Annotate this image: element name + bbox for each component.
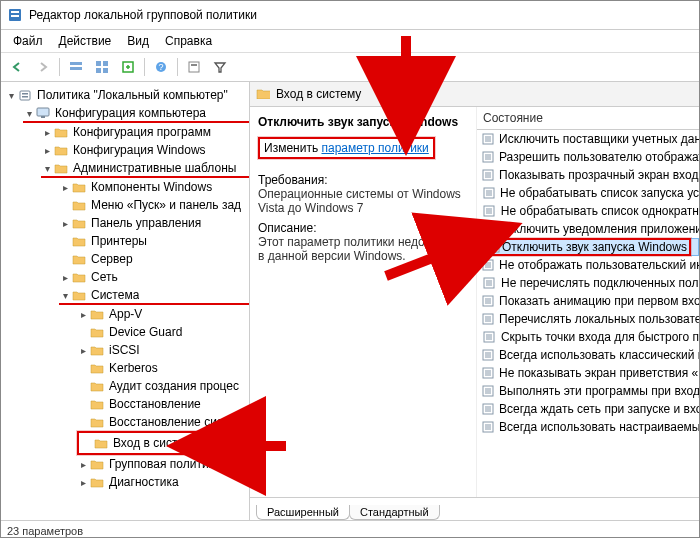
- toolbar-list-icon[interactable]: [90, 55, 114, 79]
- statusbar: 23 параметров: [1, 520, 699, 538]
- tree-windows-settings[interactable]: ▸Конфигурация Windows: [41, 141, 249, 159]
- toolbar-filter-icon[interactable]: [208, 55, 232, 79]
- folder-icon: [71, 198, 87, 212]
- policy-item[interactable]: Отключить звук запуска Windows: [477, 238, 699, 256]
- menubar: Файл Действие Вид Справка: [1, 30, 699, 53]
- policy-item-label: Показать анимацию при первом вхо: [499, 294, 699, 308]
- policy-item-label: Выполнять эти программы при вход: [499, 384, 699, 398]
- tree-device-guard[interactable]: Device Guard: [77, 323, 249, 341]
- folder-icon: [89, 379, 105, 393]
- policy-setting-icon: [481, 132, 495, 146]
- nav-forward-button[interactable]: [31, 55, 55, 79]
- tree-audit[interactable]: Аудит создания процес: [77, 377, 249, 395]
- policy-item[interactable]: Исключить поставщики учетных дан: [477, 130, 699, 148]
- app-icon: [7, 7, 23, 23]
- menu-action[interactable]: Действие: [51, 32, 120, 50]
- tree-windows-components[interactable]: ▸Компоненты Windows: [59, 178, 249, 196]
- tab-extended[interactable]: Расширенный: [256, 505, 350, 520]
- policy-item[interactable]: Всегда ждать сеть при запуске и вхо: [477, 400, 699, 418]
- policy-item[interactable]: Не обрабатывать список запуска ус: [477, 184, 699, 202]
- policy-item[interactable]: Не обрабатывать список однократн: [477, 202, 699, 220]
- policy-setting-icon: [481, 222, 495, 236]
- tab-standard[interactable]: Стандартный: [349, 505, 440, 520]
- policy-item[interactable]: Не перечислять подключенных пол: [477, 274, 699, 292]
- folder-icon: [256, 87, 270, 102]
- menu-view[interactable]: Вид: [119, 32, 157, 50]
- policy-item[interactable]: Отключить уведомления приложени: [477, 220, 699, 238]
- policy-item[interactable]: Показать анимацию при первом вхо: [477, 292, 699, 310]
- tree-iscsi[interactable]: ▸iSCSI: [77, 341, 249, 359]
- policy-item[interactable]: Выполнять эти программы при вход: [477, 382, 699, 400]
- tree-diagnostics[interactable]: ▸Диагностика: [77, 473, 249, 491]
- policy-setting-icon: [481, 348, 495, 362]
- policy-setting-icon: [481, 258, 495, 272]
- policy-item-label: Исключить поставщики учетных дан: [499, 132, 699, 146]
- status-text: 23 параметров: [7, 525, 83, 537]
- titlebar: Редактор локальной групповой политики: [1, 1, 699, 30]
- svg-rect-16: [22, 96, 28, 98]
- folder-icon: [71, 216, 87, 230]
- edit-prefix: Изменить: [264, 141, 321, 155]
- tree-group-policy[interactable]: ▸Групповая политика: [77, 455, 249, 473]
- policy-title: Отключить звук запуска Windows: [258, 115, 468, 129]
- folder-icon: [71, 288, 87, 302]
- policy-item[interactable]: Всегда использовать классический в: [477, 346, 699, 364]
- policy-item-label: Не показывать экран приветствия «П: [499, 366, 699, 380]
- nav-back-button[interactable]: [5, 55, 29, 79]
- tree-logon[interactable]: Вход в систему: [81, 434, 200, 452]
- tree-kerberos[interactable]: Kerberos: [77, 359, 249, 377]
- policy-item-label: Отключить звук запуска Windows: [502, 240, 687, 254]
- policy-setting-icon: [481, 312, 495, 326]
- policy-setting-icon: [481, 294, 495, 308]
- tree-computer-config[interactable]: ▾ Конфигурация компьютера: [23, 104, 249, 122]
- policy-item[interactable]: Не отображать пользовательский ин: [477, 256, 699, 274]
- policy-description-pane: Отключить звук запуска Windows Изменить …: [250, 107, 477, 497]
- toolbar: ?: [1, 53, 699, 82]
- policy-item[interactable]: Не показывать экран приветствия «П: [477, 364, 699, 382]
- policy-item-label: Не перечислять подключенных пол: [501, 276, 698, 290]
- folder-icon: [53, 161, 69, 175]
- nav-tree[interactable]: ▾ Политика "Локальный компьютер" ▾ Конфи…: [1, 82, 250, 520]
- tree-recovery[interactable]: Восстановление: [77, 395, 249, 413]
- policy-list[interactable]: Исключить поставщики учетных данРазрешит…: [477, 130, 699, 436]
- menu-help[interactable]: Справка: [157, 32, 220, 50]
- menu-file[interactable]: Файл: [5, 32, 51, 50]
- svg-rect-3: [70, 62, 82, 65]
- policy-item-label: Всегда использовать настраиваемый: [499, 420, 699, 434]
- folder-icon: [53, 143, 69, 157]
- toolbar-properties-icon[interactable]: [182, 55, 206, 79]
- requirements-label: Требования:: [258, 173, 468, 187]
- tree-server[interactable]: Сервер: [59, 250, 249, 268]
- details-pane: Вход в систему Отключить звук запуска Wi…: [250, 82, 699, 520]
- tree-appv[interactable]: ▸App-V: [77, 305, 249, 323]
- policy-item-label: Не отображать пользовательский ин: [499, 258, 699, 272]
- policy-item[interactable]: Показывать прозрачный экран входа: [477, 166, 699, 184]
- policy-item[interactable]: Перечислять локальных пользовате: [477, 310, 699, 328]
- toolbar-detail-icon[interactable]: [64, 55, 88, 79]
- svg-rect-15: [22, 93, 28, 95]
- tree-software-settings[interactable]: ▸Конфигурация программ: [41, 123, 249, 141]
- tree-printers[interactable]: Принтеры: [59, 232, 249, 250]
- policy-setting-icon: [481, 168, 495, 182]
- toolbar-export-icon[interactable]: [116, 55, 140, 79]
- svg-rect-7: [96, 68, 101, 73]
- policy-item[interactable]: Всегда использовать настраиваемый: [477, 418, 699, 436]
- tree-recovery-system[interactable]: Восстановление систем: [77, 413, 249, 431]
- tree-control-panel[interactable]: ▸Панель управления: [59, 214, 249, 232]
- tree-system[interactable]: ▾Система: [59, 286, 249, 304]
- tree-network[interactable]: ▸Сеть: [59, 268, 249, 286]
- policy-item[interactable]: Скрыть точки входа для быстрого п: [477, 328, 699, 346]
- toolbar-help-icon[interactable]: ?: [149, 55, 173, 79]
- folder-icon: [71, 180, 87, 194]
- folder-icon: [89, 343, 105, 357]
- tree-start-menu[interactable]: Меню «Пуск» и панель зад: [59, 196, 249, 214]
- description-label: Описание:: [258, 221, 468, 235]
- folder-icon: [71, 252, 87, 266]
- policy-item-label: Отключить уведомления приложени: [499, 222, 699, 236]
- column-header-state[interactable]: Состояние: [477, 107, 699, 130]
- tree-admin-templates[interactable]: ▾Административные шаблоны: [41, 159, 249, 177]
- tree-root[interactable]: ▾ Политика "Локальный компьютер": [5, 86, 249, 104]
- policy-item[interactable]: Разрешить пользователю отображат: [477, 148, 699, 166]
- edit-policy-link[interactable]: параметр политики: [321, 141, 428, 155]
- svg-rect-8: [103, 68, 108, 73]
